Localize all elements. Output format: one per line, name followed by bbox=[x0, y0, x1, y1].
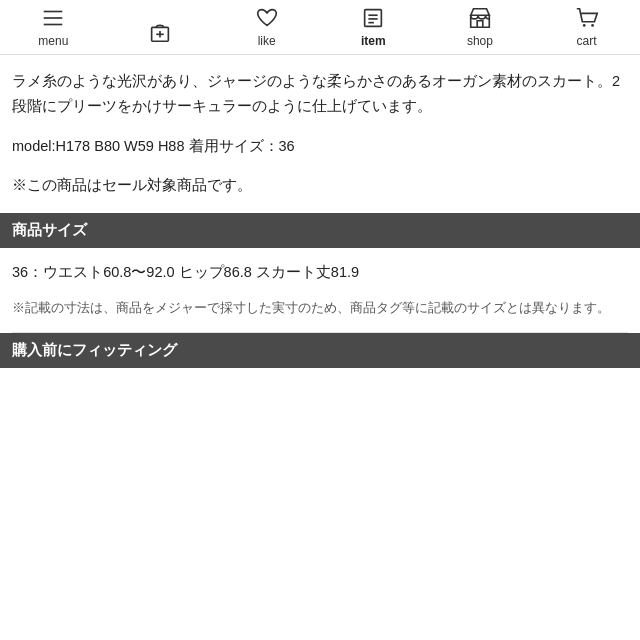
svg-rect-6 bbox=[365, 10, 382, 27]
pre-fitting-header: 購入前にフィッティング bbox=[0, 333, 640, 368]
nav-label-cart: cart bbox=[577, 34, 597, 48]
nav-item-cart[interactable]: cart bbox=[557, 4, 617, 48]
heart-icon bbox=[252, 4, 282, 32]
svg-point-10 bbox=[582, 24, 585, 27]
menu-icon bbox=[38, 4, 68, 32]
main-content: ラメ糸のような光沢があり、ジャージのような柔らかさのあるオーガン素材のスカート。… bbox=[0, 55, 640, 368]
product-description: ラメ糸のような光沢があり、ジャージのような柔らかさのあるオーガン素材のスカート。… bbox=[12, 69, 628, 120]
top-navigation: menu like bbox=[0, 0, 640, 55]
nav-label-like: like bbox=[258, 34, 276, 48]
nav-label-shop: shop bbox=[467, 34, 493, 48]
nav-item-like[interactable]: like bbox=[237, 4, 297, 48]
nav-label-item: item bbox=[361, 34, 386, 48]
size-detail: 36：ウエスト60.8〜92.0 ヒップ86.8 スカート丈81.9 bbox=[12, 248, 628, 291]
nav-item-bag[interactable] bbox=[130, 18, 190, 48]
nav-item-shop[interactable]: shop bbox=[450, 4, 510, 48]
item-icon bbox=[358, 4, 388, 32]
nav-item-item[interactable]: item bbox=[343, 4, 403, 48]
sale-notice: ※この商品はセール対象商品です。 bbox=[12, 173, 628, 198]
bag-icon bbox=[145, 18, 175, 46]
svg-point-11 bbox=[591, 24, 594, 27]
nav-item-menu[interactable]: menu bbox=[23, 4, 83, 48]
size-note: ※記載の寸法は、商品をメジャーで採寸した実寸のため、商品タグ等に記載のサイズとは… bbox=[12, 291, 628, 333]
size-section-header: 商品サイズ bbox=[0, 213, 640, 248]
shop-icon bbox=[465, 4, 495, 32]
cart-icon bbox=[572, 4, 602, 32]
nav-label-menu: menu bbox=[38, 34, 68, 48]
model-info: model:H178 B80 W59 H88 着用サイズ：36 bbox=[12, 134, 628, 159]
